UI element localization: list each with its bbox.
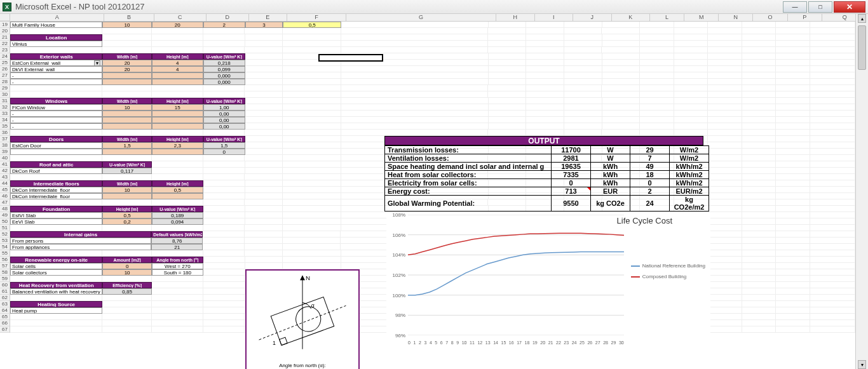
row-header-35[interactable]: 35: [0, 123, 10, 130]
row-header-60[interactable]: 60: [0, 282, 10, 288]
row-header-46[interactable]: 46: [0, 193, 10, 199]
roof-header[interactable]: Roof and attic: [10, 161, 102, 168]
row-header-37[interactable]: 37: [0, 136, 10, 142]
wall-name[interactable]: -: [10, 72, 102, 79]
output-value2: 49: [630, 163, 670, 171]
row-header-33[interactable]: 33: [0, 111, 10, 117]
col-header-H[interactable]: H: [496, 14, 534, 21]
row-header-42[interactable]: 42: [0, 168, 10, 174]
col-header-I[interactable]: I: [535, 14, 573, 21]
gains-header[interactable]: Internal gains: [10, 231, 151, 238]
row-header-67[interactable]: 67: [0, 326, 10, 333]
windows-header[interactable]: Windows: [10, 98, 102, 104]
row-header-44[interactable]: 44: [0, 180, 10, 187]
row-header-63[interactable]: 63: [0, 301, 10, 307]
location-header[interactable]: Location: [10, 34, 102, 41]
row-header-59[interactable]: 59: [0, 276, 10, 282]
row-header-48[interactable]: 48: [0, 206, 10, 212]
column-header-row[interactable]: ABCDEFGHIJKLMNOPQ: [0, 14, 868, 22]
col-header-N[interactable]: N: [719, 14, 753, 21]
row-header-19[interactable]: 19: [0, 22, 10, 28]
row-header-61[interactable]: 61: [0, 288, 10, 295]
row-header-30[interactable]: 30: [0, 91, 10, 98]
row-header-55[interactable]: 55: [0, 250, 10, 257]
life-cycle-cost-chart[interactable]: Life Cycle Cost 96%98%100%102%104%106%10…: [386, 212, 710, 349]
x-tick-label: 2: [419, 340, 421, 345]
row-header-50[interactable]: 50: [0, 218, 10, 225]
row-header-21[interactable]: 21: [0, 34, 10, 41]
row-header-43[interactable]: 43: [0, 174, 10, 180]
vertical-scrollbar[interactable]: ▴ ▾: [855, 14, 868, 369]
row-header-36[interactable]: 36: [0, 130, 10, 136]
wall-name[interactable]: -: [10, 79, 102, 85]
col-header-A[interactable]: A: [10, 14, 104, 21]
dropdown-icon[interactable]: ▾: [94, 60, 100, 66]
row-header-31[interactable]: 31: [0, 98, 10, 104]
col-header-E[interactable]: E: [249, 14, 287, 21]
chart-title: Life Cycle Cost: [617, 216, 672, 225]
renewable-header[interactable]: Renewable energy on-site: [10, 257, 102, 263]
output-header: OUTPUT: [384, 136, 703, 145]
col-header-C[interactable]: C: [154, 14, 207, 21]
heating-header[interactable]: Heating Source: [10, 301, 102, 307]
multi-family-label[interactable]: Multi Family House: [10, 22, 102, 28]
row-header-47[interactable]: 47: [0, 199, 10, 206]
row-header-54[interactable]: 54: [0, 244, 10, 250]
row-header-64[interactable]: 64: [0, 307, 10, 314]
window-title: Microsoft Excel - NP tool 20120127: [15, 2, 145, 11]
scrollbar-thumb[interactable]: [858, 25, 866, 70]
exterior-walls-header[interactable]: Exterior walls: [10, 53, 102, 60]
hrv-header[interactable]: Heat Recovery from ventilation: [10, 282, 102, 288]
wall-name[interactable]: DkVI External_wall: [10, 66, 102, 72]
row-header-45[interactable]: 45: [0, 187, 10, 193]
doors-header[interactable]: Doors: [10, 136, 102, 142]
minimize-button[interactable]: —: [783, 1, 807, 13]
foundation-header[interactable]: Foundation: [10, 206, 102, 212]
row-header-22[interactable]: 22: [0, 41, 10, 47]
scroll-down-arrow[interactable]: ▾: [858, 360, 866, 369]
wall-name[interactable]: EstCon External_wall▾: [10, 60, 102, 66]
col-header-F[interactable]: F: [287, 14, 346, 21]
scroll-up-arrow[interactable]: ▴: [858, 14, 866, 23]
row-header-39[interactable]: 39: [0, 149, 10, 155]
row-header-25[interactable]: 25: [0, 60, 10, 66]
row-header-49[interactable]: 49: [0, 212, 10, 218]
floors-header[interactable]: Intermediate floors: [10, 180, 102, 187]
col-header-B[interactable]: B: [104, 14, 154, 21]
col-header-G[interactable]: G: [346, 14, 496, 21]
row-header-56[interactable]: 56: [0, 257, 10, 263]
col-header-K[interactable]: K: [612, 14, 650, 21]
cell-selection[interactable]: [318, 54, 383, 62]
maximize-button[interactable]: □: [808, 1, 832, 13]
row-header-20[interactable]: 20: [0, 28, 10, 34]
row-header-51[interactable]: 51: [0, 225, 10, 231]
row-header-57[interactable]: 57: [0, 263, 10, 269]
close-button[interactable]: ✕: [834, 1, 865, 13]
col-header-J[interactable]: J: [573, 14, 611, 21]
row-header-41[interactable]: 41: [0, 161, 10, 168]
row-header-40[interactable]: 40: [0, 155, 10, 161]
row-header-62[interactable]: 62: [0, 295, 10, 301]
col-header-M[interactable]: M: [684, 14, 719, 21]
row-header-28[interactable]: 28: [0, 79, 10, 85]
row-header-23[interactable]: 23: [0, 47, 10, 53]
row-header-66[interactable]: 66: [0, 320, 10, 326]
row-header-32[interactable]: 32: [0, 104, 10, 111]
col-header-D[interactable]: D: [207, 14, 249, 21]
row-header-29[interactable]: 29: [0, 85, 10, 91]
row-header-34[interactable]: 34: [0, 117, 10, 123]
row-header-24[interactable]: 24: [0, 53, 10, 60]
row-header-53[interactable]: 53: [0, 238, 10, 244]
row-header-38[interactable]: 38: [0, 142, 10, 149]
col-header-O[interactable]: O: [753, 14, 787, 21]
col-header-P[interactable]: P: [788, 14, 822, 21]
row-header-27[interactable]: 27: [0, 72, 10, 79]
worksheet-grid[interactable]: 19Multi Family House1020230,52021Locatio…: [0, 22, 855, 369]
col-header-L[interactable]: L: [650, 14, 684, 21]
row-header-65[interactable]: 65: [0, 314, 10, 320]
row-header-52[interactable]: 52: [0, 231, 10, 238]
row-header-58[interactable]: 58: [0, 269, 10, 276]
output-label: Electricity from solar cells:: [385, 179, 552, 187]
location-value[interactable]: Vilnius: [10, 41, 102, 47]
row-header-26[interactable]: 26: [0, 66, 10, 72]
